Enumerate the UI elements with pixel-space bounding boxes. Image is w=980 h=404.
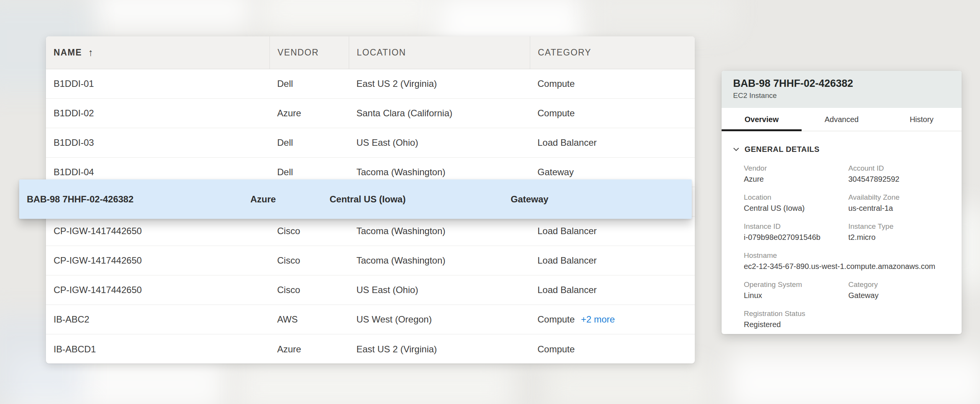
background-blur-shape — [260, 0, 436, 33]
field-availability-zone: Availabilty Zone us-central-1a — [848, 193, 950, 213]
field-instance-id: Instance ID i-079b98e027091546b — [744, 222, 848, 242]
section-title: GENERAL DETAILS — [745, 145, 820, 154]
background-blur-shape — [547, 365, 712, 404]
tab-history[interactable]: History — [882, 108, 962, 131]
background-blur-shape — [92, 0, 253, 31]
details-panel: BAB-98 7HHF-02-426382 EC2 Instance Overv… — [722, 71, 962, 334]
field-hostname: Hostname ec2-12-345-67-890.us-west-1.com… — [744, 251, 950, 271]
column-header-vendor[interactable]: VENDOR — [270, 36, 349, 69]
background-blur-shape — [727, 352, 980, 404]
column-header-category[interactable]: CATEGORY — [530, 36, 695, 69]
table-row[interactable]: CP-IGW-1417442650 Cisco Tacoma (Washingt… — [46, 217, 695, 246]
panel-body: GENERAL DETAILS Vendor Azure Account ID … — [722, 131, 962, 329]
table-row[interactable]: CP-IGW-1417442650 Cisco US East (Ohio) L… — [46, 275, 695, 305]
table-row[interactable]: B1DDI-01 Dell East US 2 (Virginia) Compu… — [46, 69, 695, 99]
field-category: Category Gateway — [848, 280, 950, 300]
field-registration-status: Registration Status Registered — [744, 309, 848, 329]
field-account-id: Account ID 304547892592 — [848, 164, 950, 184]
table-row[interactable]: IB-ABC2 AWS US West (Oregon) Compute +2 … — [46, 305, 695, 334]
table-row[interactable]: B1DDI-02 Azure Santa Clara (California) … — [46, 99, 695, 128]
field-operating-system: Operating System Linux — [744, 280, 848, 300]
tab-overview[interactable]: Overview — [722, 108, 802, 131]
dragged-row[interactable]: BAB-98 7HHF-02-426382 Azure Central US (… — [19, 179, 692, 219]
field-location: Location Central US (Iowa) — [744, 193, 848, 213]
panel-tabs: Overview Advanced History — [722, 108, 962, 131]
general-details-fields: Vendor Azure Account ID 304547892592 Loc… — [744, 164, 950, 329]
more-categories-link[interactable]: +2 more — [581, 314, 615, 325]
column-header-location[interactable]: LOCATION — [349, 36, 530, 69]
table-row[interactable]: IB-ABCD1 Azure East US 2 (Virginia) Comp… — [46, 334, 695, 364]
field-instance-type: Instance Type t2.micro — [848, 222, 950, 242]
panel-subtitle: EC2 Instance — [733, 91, 962, 100]
background-blur-shape — [590, 0, 735, 34]
panel-header: BAB-98 7HHF-02-426382 EC2 Instance — [722, 71, 962, 108]
panel-title: BAB-98 7HHF-02-426382 — [733, 77, 962, 90]
field-vendor: Vendor Azure — [744, 164, 848, 184]
column-header-name[interactable]: NAME ↑ — [46, 36, 270, 69]
tab-advanced[interactable]: Advanced — [802, 108, 882, 131]
sort-ascending-icon: ↑ — [88, 47, 93, 59]
table-header-row: NAME ↑ VENDOR LOCATION CATEGORY — [46, 36, 695, 69]
table-row[interactable]: B1DDI-03 Dell US East (Ohio) Load Balanc… — [46, 128, 695, 158]
background-blur-shape — [237, 363, 513, 404]
table-row[interactable]: CP-IGW-1417442650 Cisco Tacoma (Washingt… — [46, 246, 695, 275]
column-header-name-label: NAME — [54, 47, 82, 58]
general-details-section-toggle[interactable]: GENERAL DETAILS — [733, 145, 950, 154]
chevron-down-icon — [733, 147, 739, 152]
category-value: Compute — [537, 314, 575, 325]
